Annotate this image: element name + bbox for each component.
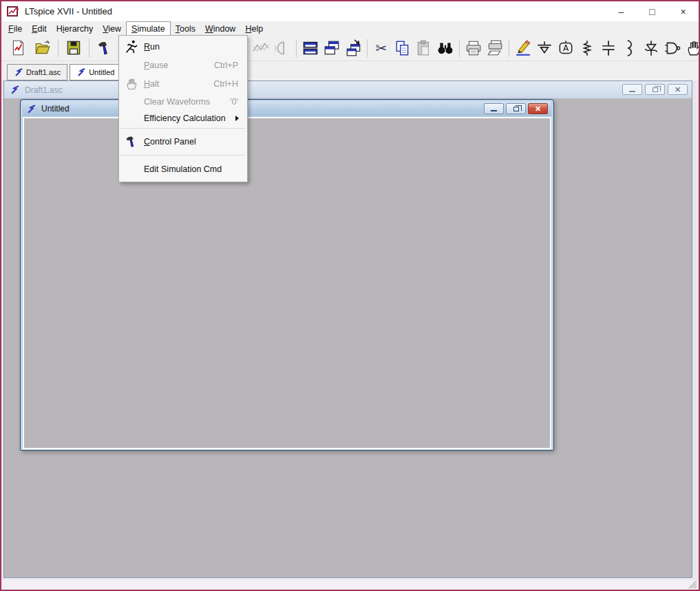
resize-grip[interactable]: [688, 580, 697, 589]
menu-tools[interactable]: Tools: [171, 21, 200, 36]
move-hand-icon: [685, 39, 700, 57]
tab-draft1[interactable]: Draft1.asc: [7, 64, 67, 80]
menu-item-control-panel[interactable]: Control Panel: [119, 131, 247, 152]
waveform-disabled-icon: [252, 39, 270, 57]
close-icon: ✕: [675, 86, 681, 94]
cut-scissors-icon: ✂: [376, 40, 388, 56]
menu-window[interactable]: Window: [200, 21, 240, 36]
minimize-icon: [491, 110, 497, 111]
draft1-window-titlebar[interactable]: Draft1.asc: [4, 81, 692, 98]
find-button[interactable]: [435, 38, 456, 58]
title-bar[interactable]: LTspice XVII - Untitled – □ ×: [1, 1, 699, 21]
toolbar: ✂: [1, 36, 699, 61]
print-preview-icon: [486, 39, 504, 57]
wire-pencil-icon: [514, 39, 532, 57]
print-preview-button[interactable]: [485, 38, 505, 58]
window-title: LTspice XVII - Untitled: [25, 6, 112, 17]
schematic-doc-icon: [26, 104, 36, 114]
diode-button[interactable]: [641, 38, 661, 58]
open-folder-icon: [34, 39, 52, 57]
minimize-button[interactable]: –: [606, 1, 637, 21]
view-waveform-button: [251, 38, 271, 58]
paste-button: [414, 38, 434, 58]
inductor-icon: [621, 39, 639, 57]
hammer-icon: [96, 39, 114, 57]
restore-icon: [653, 87, 658, 92]
find-binoculars-icon: [436, 39, 454, 57]
open-file-button[interactable]: [31, 38, 54, 58]
draft1-close-button[interactable]: ✕: [668, 84, 688, 95]
schematic-doc-icon: [14, 67, 23, 77]
menu-file[interactable]: File: [3, 21, 27, 36]
draft1-restore-button[interactable]: [645, 84, 665, 95]
net-label-icon: A: [557, 39, 575, 57]
menu-item-edit-simulation-cmd[interactable]: Edit Simulation Cmd: [119, 158, 247, 180]
menu-edit[interactable]: Edit: [27, 21, 52, 36]
menu-item-run[interactable]: Run: [119, 38, 247, 56]
submenu-arrow-icon: [235, 116, 239, 121]
capacitor-icon: [600, 39, 617, 57]
save-button[interactable]: [62, 38, 85, 58]
run-icon: [124, 39, 139, 54]
logic-gate-icon: [664, 39, 681, 57]
capacitor-button[interactable]: [598, 38, 619, 58]
untitled-minimize-button[interactable]: [484, 103, 504, 114]
new-schematic-icon: [10, 39, 28, 57]
draft1-window-title: Draft1.asc: [25, 85, 63, 95]
bring-to-front-button[interactable]: [343, 38, 363, 58]
tab-untitled[interactable]: Untitled: [70, 64, 121, 80]
menu-view[interactable]: View: [98, 21, 126, 36]
draft1-minimize-button[interactable]: [622, 84, 642, 95]
paste-disabled-icon: [415, 39, 433, 57]
resistor-button[interactable]: [577, 38, 597, 58]
tile-windows-button[interactable]: [300, 38, 321, 58]
minimize-icon: [629, 91, 635, 92]
menu-help[interactable]: Help: [240, 21, 268, 36]
menu-separator: [120, 128, 246, 129]
schematic-doc-icon: [10, 85, 20, 95]
halt-hand-icon: [125, 77, 138, 91]
schematic-doc-icon: [76, 67, 86, 77]
print-button[interactable]: [463, 38, 484, 58]
save-floppy-icon: [65, 39, 83, 57]
maximize-button[interactable]: □: [637, 1, 668, 21]
control-panel-button[interactable]: [93, 38, 116, 58]
menu-item-efficiency-calculation[interactable]: Efficiency Calculation: [119, 111, 247, 125]
copy-icon: [394, 39, 412, 57]
menu-item-clear-waveforms: Clear Waveforms '0': [119, 93, 247, 111]
untitled-restore-button[interactable]: [506, 103, 526, 114]
menu-bar: File Edit Hierarchy View Simulate Tools …: [1, 21, 699, 36]
menu-item-pause: Pause Ctrl+P: [119, 56, 247, 74]
inductor-button[interactable]: [619, 38, 640, 58]
ltspice-main-window: LTspice XVII - Untitled – □ × File Edit …: [0, 0, 700, 591]
untitled-window-titlebar[interactable]: Untitled: [23, 101, 551, 116]
document-tab-bar: Draft1.asc Untitled: [1, 61, 699, 80]
simulate-dropdown-menu: Run Pause Ctrl+P Halt Ctrl+H Clear Wavef…: [118, 35, 248, 182]
menu-simulate[interactable]: Simulate: [126, 21, 171, 36]
cascade-windows-button[interactable]: [321, 38, 342, 58]
new-schematic-button[interactable]: [7, 38, 30, 58]
resistor-icon: [578, 39, 596, 57]
ground-button[interactable]: [534, 38, 555, 58]
close-button[interactable]: ×: [668, 1, 699, 21]
diode-icon: [642, 39, 660, 57]
ltspice-app-icon: [7, 6, 19, 17]
mdi-client-area: Draft1.asc ✕ Untitled ✕: [1, 80, 699, 579]
draw-wire-button[interactable]: [513, 38, 533, 58]
menu-hierarchy[interactable]: Hierarchy: [52, 21, 98, 36]
copy-button[interactable]: [392, 38, 413, 58]
move-button[interactable]: [683, 38, 700, 58]
untitled-window: Untitled ✕: [20, 99, 554, 451]
untitled-close-button[interactable]: ✕: [528, 103, 548, 114]
print-icon: [465, 39, 482, 57]
menu-separator: [120, 155, 246, 155]
cut-button[interactable]: ✂: [371, 38, 392, 58]
component-gate-button[interactable]: [662, 38, 683, 58]
control-panel-icon: [124, 134, 139, 149]
restore-icon: [513, 107, 519, 111]
untitled-window-title: Untitled: [41, 104, 70, 114]
ground-icon: [535, 39, 553, 57]
close-icon: ✕: [535, 105, 541, 113]
label-net-button[interactable]: A: [555, 38, 576, 58]
schematic-canvas[interactable]: [23, 117, 551, 449]
